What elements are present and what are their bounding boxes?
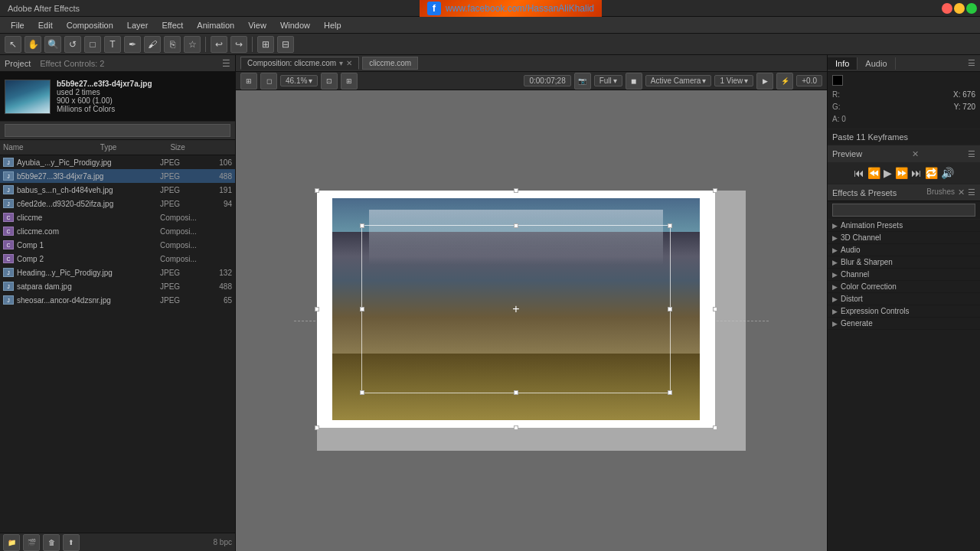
- align-tool[interactable]: ⊟: [277, 36, 294, 53]
- snap-tool[interactable]: ⊞: [257, 36, 274, 53]
- selection-tool[interactable]: ↖: [5, 36, 21, 53]
- menu-bar: File Edit Composition Layer Effect Anima…: [0, 17, 980, 34]
- viewer-snap-btn[interactable]: ⊞: [240, 73, 257, 90]
- text-tool[interactable]: T: [104, 36, 121, 53]
- comp-tab-close[interactable]: ✕: [346, 59, 352, 67]
- puppet-tool[interactable]: ☆: [184, 36, 201, 53]
- effects-menu[interactable]: ☰: [968, 187, 975, 197]
- category-color-correction[interactable]: ▶ Color Correction: [828, 281, 980, 293]
- viewer-controls: ⊞ ◻ 46.1% ▾ ⊡ ⊞ 0:00:07;28 📷 Full▾ ◼ Act…: [236, 72, 827, 90]
- menu-help[interactable]: Help: [318, 19, 348, 31]
- new-folder-btn[interactable]: 📁: [3, 534, 20, 551]
- redo-tool[interactable]: ↪: [230, 36, 247, 53]
- loop-btn[interactable]: 🔁: [925, 167, 938, 179]
- new-comp-btn[interactable]: 🎬: [23, 534, 40, 551]
- list-item[interactable]: J b5b9e27...3f3-d4jxr7a.jpg JPEG 488: [0, 169, 235, 183]
- composition-view[interactable]: +: [236, 90, 827, 551]
- outer-handle-tl[interactable]: [315, 188, 319, 193]
- left-panel: Project Effect Controls: 2 ☰ b5b9e27...e…: [0, 55, 236, 551]
- outer-handle-bc[interactable]: [514, 425, 518, 430]
- brush-tool[interactable]: 🖌: [144, 36, 161, 53]
- outer-handle-ml[interactable]: [315, 307, 319, 311]
- grid-btn[interactable]: ⊞: [341, 73, 358, 90]
- list-item[interactable]: J babus_s...n_ch-d484veh.jpg JPEG 191: [0, 183, 235, 197]
- brushes-tab[interactable]: Brushes: [926, 187, 955, 197]
- skip-back-btn[interactable]: ⏮: [854, 167, 864, 179]
- right-panel-menu[interactable]: ☰: [963, 58, 980, 68]
- thumbnail-image: [5, 80, 51, 114]
- comp-tab[interactable]: Composition: cliccme.com ▾ ✕: [240, 57, 359, 70]
- comp-breadcrumb[interactable]: cliccme.com: [362, 57, 418, 70]
- up-arrow-btn[interactable]: ⬆: [63, 534, 80, 551]
- rotate-tool[interactable]: ↺: [64, 36, 81, 53]
- list-item[interactable]: J Ayubia_...y_Pic_Prodigy.jpg JPEG 106: [0, 155, 235, 169]
- preview-menu[interactable]: ☰: [968, 149, 975, 159]
- list-item[interactable]: C Comp 1 Composi...: [0, 238, 235, 252]
- menu-view[interactable]: View: [242, 19, 273, 31]
- undo-tool[interactable]: ↩: [211, 36, 227, 53]
- menu-file[interactable]: File: [5, 19, 31, 31]
- viewer-mask-btn[interactable]: ◻: [260, 73, 277, 90]
- tab-info[interactable]: Info: [828, 57, 858, 70]
- close-button[interactable]: [942, 3, 952, 14]
- menu-effect[interactable]: Effect: [155, 19, 189, 31]
- effects-close[interactable]: ✕: [958, 187, 965, 197]
- outer-handle-br[interactable]: [713, 425, 717, 430]
- transparency-btn[interactable]: ◼: [626, 73, 642, 90]
- step-back-btn[interactable]: ⏪: [867, 167, 880, 179]
- category-blur-sharpen[interactable]: ▶ Blur & Sharpen: [828, 256, 980, 269]
- camera-select[interactable]: Active Camera▾: [645, 75, 712, 86]
- list-item[interactable]: J satpara dam.jpg JPEG 488: [0, 279, 235, 293]
- list-item[interactable]: C cliccme.com Composi...: [0, 224, 235, 238]
- category-animation-presets[interactable]: ▶ Animation Presets: [828, 220, 980, 232]
- draft-btn[interactable]: ⚡: [776, 73, 793, 90]
- minimize-button[interactable]: [954, 3, 965, 14]
- rect-tool[interactable]: □: [84, 36, 101, 53]
- effects-search-input[interactable]: [832, 204, 975, 217]
- outer-handle-tc[interactable]: [514, 188, 518, 193]
- category-expression-controls[interactable]: ▶ Expression Controls: [828, 305, 980, 318]
- menu-layer[interactable]: Layer: [121, 19, 155, 31]
- menu-animation[interactable]: Animation: [191, 19, 240, 31]
- skip-forward-btn[interactable]: ⏭: [911, 167, 922, 179]
- list-item[interactable]: J c6ed2de...d9320-d52ifza.jpg JPEG 94: [0, 197, 235, 210]
- render-btn[interactable]: ▶: [756, 73, 773, 90]
- pen-tool[interactable]: ✒: [124, 36, 141, 53]
- project-panel-menu[interactable]: ☰: [222, 58, 230, 69]
- quality-select[interactable]: Full▾: [594, 75, 622, 86]
- menu-composition[interactable]: Composition: [60, 19, 119, 31]
- list-item[interactable]: C cliccme Composi...: [0, 210, 235, 224]
- audio-btn[interactable]: 🔊: [941, 167, 954, 179]
- comp-dropdown-icon[interactable]: ▾: [339, 59, 343, 67]
- delete-btn[interactable]: 🗑: [43, 534, 60, 551]
- zoom-select[interactable]: 46.1% ▾: [280, 75, 318, 86]
- category-generate[interactable]: ▶ Generate: [828, 318, 980, 330]
- clone-tool[interactable]: ⎘: [164, 36, 181, 53]
- play-btn[interactable]: ▶: [884, 167, 892, 179]
- list-item[interactable]: J Heading...y_Pic_Prodigy.jpg JPEG 132: [0, 266, 235, 279]
- list-item[interactable]: C Comp 2 Composi...: [0, 252, 235, 266]
- outer-handle-mr[interactable]: [713, 307, 717, 311]
- menu-edit[interactable]: Edit: [32, 19, 59, 31]
- zoom-tool[interactable]: 🔍: [44, 36, 61, 53]
- hand-tool[interactable]: ✋: [24, 36, 41, 53]
- preview-close[interactable]: ✕: [912, 149, 919, 159]
- category-channel[interactable]: ▶ Channel: [828, 269, 980, 281]
- project-search-input[interactable]: [5, 124, 230, 137]
- tab-audio[interactable]: Audio: [858, 57, 895, 70]
- timecode-display[interactable]: 0:00:07;28: [524, 75, 570, 86]
- outer-handle-bl[interactable]: [315, 425, 319, 430]
- view-select[interactable]: 1 View▾: [714, 75, 753, 86]
- step-forward-btn[interactable]: ⏩: [895, 167, 908, 179]
- jpeg-icon: J: [3, 158, 14, 167]
- list-item[interactable]: J sheosar...ancor-d4dzsnr.jpg JPEG 65: [0, 293, 235, 307]
- category-audio[interactable]: ▶ Audio: [828, 244, 980, 256]
- outer-handle-tr[interactable]: [713, 188, 717, 193]
- maximize-button[interactable]: [966, 3, 977, 14]
- fit-btn[interactable]: ⊡: [321, 73, 338, 90]
- menu-window[interactable]: Window: [274, 19, 316, 31]
- paste-keyframes-btn[interactable]: Paste 11 Keyframes: [828, 129, 980, 145]
- category-distort[interactable]: ▶ Distort: [828, 293, 980, 305]
- category-3d-channel[interactable]: ▶ 3D Channel: [828, 232, 980, 244]
- camera-btn[interactable]: 📷: [574, 73, 591, 90]
